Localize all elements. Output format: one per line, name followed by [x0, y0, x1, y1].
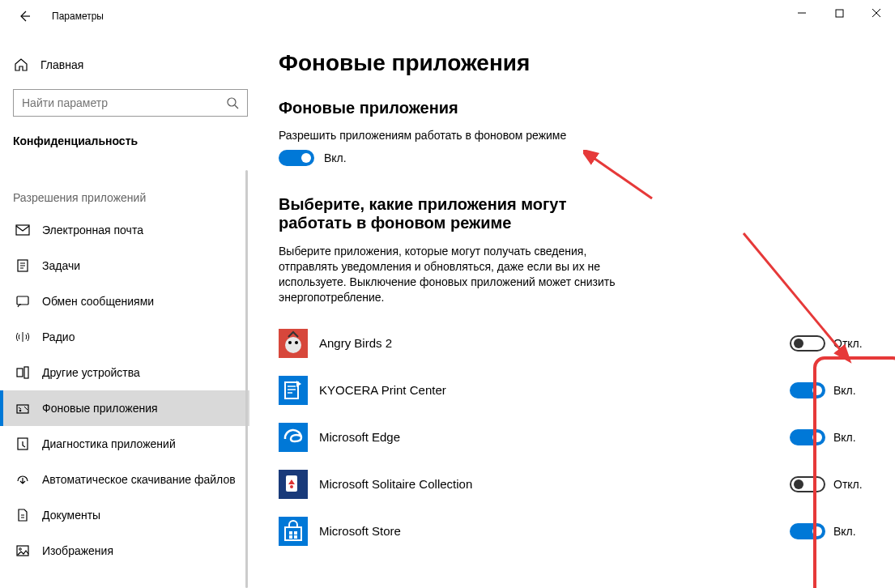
- app-icon: [279, 470, 308, 499]
- master-toggle-label: Вкл.: [324, 151, 347, 164]
- app-toggle[interactable]: [790, 382, 825, 398]
- sidebar-item-icon: [15, 258, 31, 274]
- search-icon: [226, 96, 239, 109]
- sidebar-home[interactable]: Главная: [13, 49, 259, 81]
- app-toggle[interactable]: [790, 523, 825, 539]
- maximize-button[interactable]: [820, 0, 858, 26]
- sidebar-item-label: Документы: [42, 509, 100, 522]
- sidebar-item-label: Автоматическое скачивание файлов: [42, 473, 236, 486]
- sidebar-item-7[interactable]: Автоматическое скачивание файлов: [13, 462, 259, 497]
- sidebar-item-label: Фоновые приложения: [42, 402, 158, 415]
- sidebar-category: Конфиденциальность: [13, 134, 259, 147]
- sidebar-item-1[interactable]: Задачи: [13, 248, 259, 283]
- master-toggle[interactable]: [279, 150, 314, 166]
- svg-point-1: [228, 98, 236, 106]
- svg-rect-16: [279, 376, 308, 405]
- svg-point-14: [288, 341, 292, 344]
- sidebar-item-icon: [15, 543, 31, 559]
- svg-point-15: [295, 341, 298, 344]
- app-name: KYOCERA Print Center: [319, 383, 790, 397]
- sidebar-item-icon: [15, 364, 31, 381]
- svg-rect-26: [289, 535, 292, 539]
- app-name: Microsoft Edge: [319, 430, 790, 444]
- sidebar-item-label: Обмен сообщениями: [42, 295, 154, 308]
- sidebar-item-8[interactable]: Документы: [13, 497, 259, 533]
- svg-rect-4: [17, 296, 28, 305]
- sidebar-item-label: Задачи: [42, 259, 80, 272]
- sidebar-item-icon: [15, 507, 31, 523]
- sidebar-item-label: Изображения: [42, 544, 113, 557]
- svg-rect-5: [17, 369, 23, 377]
- sidebar-item-9[interactable]: Изображения: [13, 533, 259, 569]
- sidebar-home-label: Главная: [40, 58, 83, 71]
- svg-point-21: [290, 485, 293, 488]
- sidebar-item-3[interactable]: Радио: [13, 319, 259, 355]
- sidebar-item-icon: [15, 329, 31, 345]
- sidebar-item-label: Другие устройства: [42, 366, 140, 379]
- minimize-button[interactable]: [783, 0, 820, 26]
- back-button[interactable]: [15, 6, 34, 26]
- section-heading-2: Выберите, какие приложения могут работат…: [279, 195, 635, 232]
- app-row: Microsoft EdgeВкл.: [279, 414, 871, 461]
- app-toggle-label: Вкл.: [833, 431, 856, 444]
- svg-point-13: [285, 337, 301, 353]
- svg-rect-25: [294, 531, 297, 535]
- sidebar-item-icon: [15, 293, 31, 309]
- sidebar-group-label: Разрешения приложений: [13, 191, 259, 204]
- svg-rect-6: [24, 367, 28, 378]
- sidebar-item-2[interactable]: Обмен сообщениями: [13, 283, 259, 319]
- close-button[interactable]: [858, 0, 895, 26]
- svg-rect-0: [836, 10, 843, 17]
- app-toggle-label: Откл.: [833, 337, 863, 350]
- app-toggle[interactable]: [790, 476, 825, 492]
- svg-rect-24: [289, 531, 292, 535]
- app-toggle-label: Вкл.: [833, 525, 856, 538]
- sidebar-item-icon: [15, 436, 31, 452]
- svg-point-11: [19, 548, 22, 551]
- sidebar-item-icon: [15, 400, 31, 416]
- app-toggle[interactable]: [790, 429, 825, 445]
- sidebar-item-icon: [15, 222, 31, 238]
- sidebar-item-4[interactable]: Другие устройства: [13, 355, 259, 390]
- sidebar-item-label: Электронная почта: [42, 224, 143, 236]
- sidebar-item-label: Радио: [42, 330, 75, 343]
- app-name: Microsoft Store: [319, 524, 790, 538]
- app-toggle-label: Откл.: [833, 478, 863, 491]
- sidebar-item-5[interactable]: Фоновые приложения: [0, 390, 249, 426]
- search-input[interactable]: [13, 89, 248, 117]
- app-icon: [279, 423, 308, 452]
- svg-rect-27: [294, 535, 297, 539]
- section-desc: Выберите приложения, которые могут получ…: [279, 244, 627, 305]
- svg-point-8: [19, 410, 22, 412]
- sidebar-item-0[interactable]: Электронная почта: [13, 212, 259, 248]
- sidebar-item-icon: [15, 471, 31, 488]
- app-row: Microsoft StoreВкл.: [279, 508, 871, 555]
- sidebar-item-label: Диагностика приложений: [42, 437, 176, 450]
- app-name: Microsoft Solitaire Collection: [319, 477, 790, 491]
- home-icon: [13, 57, 29, 73]
- section-text-1: Разрешить приложениям работать в фоновом…: [279, 129, 627, 142]
- app-toggle-label: Вкл.: [833, 384, 856, 397]
- svg-rect-2: [16, 225, 29, 235]
- app-row: Microsoft Solitaire CollectionОткл.: [279, 461, 871, 508]
- sidebar-item-6[interactable]: Диагностика приложений: [13, 426, 259, 462]
- app-name: Angry Birds 2: [319, 336, 790, 350]
- app-icon: [279, 376, 308, 405]
- window-title: Параметры: [52, 11, 104, 22]
- app-row: Angry Birds 2Откл.: [279, 320, 871, 367]
- section-heading-1: Фоновые приложения: [279, 99, 871, 117]
- app-row: KYOCERA Print CenterВкл.: [279, 367, 871, 414]
- svg-rect-18: [279, 423, 308, 452]
- app-icon: [279, 329, 308, 358]
- search-field[interactable]: [22, 96, 226, 109]
- app-icon: [279, 517, 308, 546]
- app-toggle[interactable]: [790, 335, 825, 352]
- page-title: Фоновые приложения: [279, 50, 871, 76]
